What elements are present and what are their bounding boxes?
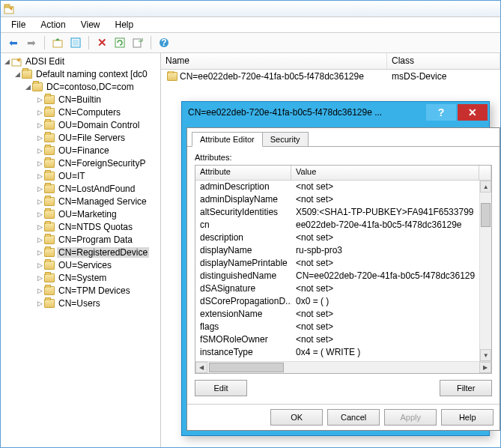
tree-item-label[interactable]: OU=Finance	[57, 145, 111, 156]
cancel-button[interactable]: Cancel	[327, 409, 380, 426]
expand-icon[interactable]: ▷	[35, 172, 44, 180]
attribute-row[interactable]: dSASignature<not set>	[195, 282, 479, 295]
tree-item[interactable]: ▷CN=Managed Service	[1, 195, 160, 208]
attributes-grid[interactable]: Attribute Value adminDescription<not set…	[195, 165, 492, 374]
tree-item-label[interactable]: CN=System	[57, 273, 108, 283]
tree-item-label[interactable]: OU=Domain Control	[57, 120, 141, 130]
tree-item[interactable]: ▷OU=Finance	[1, 144, 160, 157]
tree-item-label[interactable]: CN=ForeignSecurityP	[57, 158, 147, 169]
attribute-row[interactable]: adminDisplayName<not set>	[195, 193, 479, 206]
tree-item[interactable]: ▷CN=Computers	[1, 106, 160, 118]
collapse-icon[interactable]: ◢	[13, 70, 22, 78]
tree-root-label[interactable]: ADSI Edit	[24, 56, 66, 67]
tree-item[interactable]: ▷CN=System	[1, 271, 160, 284]
delete-button[interactable]: ✕	[94, 34, 110, 51]
tree-item-label[interactable]: OU=File Servers	[57, 133, 127, 143]
tree-item[interactable]: ▷CN=Builtin	[1, 93, 160, 106]
expand-icon[interactable]: ▷	[35, 147, 44, 154]
scroll-right-icon[interactable]: ▶	[479, 362, 491, 373]
tree-item[interactable]: ▷OU=Domain Control	[1, 118, 160, 131]
expand-icon[interactable]: ▷	[35, 300, 44, 307]
expand-icon[interactable]: ▷	[35, 287, 44, 294]
tree-dc[interactable]: ◢ DC=contoso,DC=com	[1, 80, 160, 93]
attribute-row[interactable]: instanceType0x4 = ( WRITE )	[195, 346, 479, 359]
expand-icon[interactable]: ▷	[35, 249, 44, 256]
tree-item-label[interactable]: CN=Builtin	[57, 94, 103, 105]
tree-item-label[interactable]: CN=TPM Devices	[57, 285, 132, 296]
menu-help[interactable]: Help	[108, 18, 142, 31]
attribute-row[interactable]: displayNameru-spb-pro3	[195, 244, 479, 257]
tree-pane[interactable]: ◢ ADSI Edit ◢ Default naming context [dc…	[1, 53, 161, 447]
tree-item[interactable]: ▷CN=ForeignSecurityP	[1, 157, 160, 169]
ok-button[interactable]: OK	[270, 409, 323, 426]
dialog-titlebar[interactable]: CN=ee022deb-720e-41fa-b0c5-f478dc36129e …	[182, 102, 489, 123]
dialog-close-button[interactable]: ✕	[458, 104, 488, 121]
tree-item[interactable]: ▷OU=Marketing	[1, 208, 160, 220]
grid-col-value[interactable]: Value	[291, 166, 479, 180]
collapse-icon[interactable]: ◢	[2, 58, 11, 65]
tree-item[interactable]: ▷CN=RegisteredDevice	[1, 246, 160, 258]
tree-item-label[interactable]: CN=Managed Service	[57, 196, 148, 207]
tree-dc-label[interactable]: DC=contoso,DC=com	[45, 82, 136, 92]
tree-item-label[interactable]: CN=Program Data	[57, 234, 134, 245]
expand-icon[interactable]: ▷	[35, 109, 44, 116]
expand-icon[interactable]: ▷	[35, 96, 44, 103]
expand-icon[interactable]: ▷	[35, 236, 44, 243]
attribute-row[interactable]: fSMORoleOwner<not set>	[195, 333, 479, 346]
tree-item-label[interactable]: CN=NTDS Quotas	[57, 222, 134, 232]
export-button[interactable]	[130, 34, 146, 51]
scroll-up-icon[interactable]: ▲	[480, 181, 491, 193]
edit-button[interactable]: Edit	[195, 380, 247, 396]
tree-item-label[interactable]: CN=LostAndFound	[57, 184, 136, 194]
dialog-help-button[interactable]: ?	[426, 104, 456, 121]
col-name[interactable]: Name	[161, 53, 387, 69]
expand-icon[interactable]: ▷	[35, 185, 44, 193]
scroll-thumb[interactable]	[481, 203, 491, 227]
horizontal-scrollbar[interactable]: ◀ ▶	[195, 361, 491, 373]
help-button[interactable]: Help	[441, 409, 494, 426]
tree-item[interactable]: ▷OU=Services	[1, 258, 160, 271]
tree-item-label[interactable]: CN=RegisteredDevice	[57, 247, 149, 258]
attribute-row[interactable]: cnee022deb-720e-41fa-b0c5-f478dc36129e	[195, 219, 479, 231]
up-button[interactable]	[49, 34, 66, 51]
filter-button[interactable]: Filter	[440, 380, 492, 396]
attribute-row[interactable]: distinguishedNameCN=ee022deb-720e-41fa-b…	[195, 270, 479, 282]
properties-button[interactable]	[67, 34, 84, 51]
forward-button[interactable]: ➡	[23, 34, 40, 51]
menu-file[interactable]: File	[4, 18, 33, 31]
tab-attribute-editor[interactable]: Attribute Editor	[192, 132, 263, 147]
tree-item-label[interactable]: CN=Users	[57, 298, 102, 309]
expand-icon[interactable]: ▷	[35, 223, 44, 231]
expand-icon[interactable]: ▷	[35, 198, 44, 205]
tree-item-label[interactable]: CN=Computers	[57, 107, 122, 118]
expand-icon[interactable]: ▷	[35, 134, 44, 142]
attribute-row[interactable]: description<not set>	[195, 231, 479, 244]
scroll-left-icon[interactable]: ◀	[195, 362, 207, 373]
attribute-row[interactable]: altSecurityIdentitiesX509:<SHA1-TP-PUBKE…	[195, 206, 479, 219]
attribute-row[interactable]: displayNamePrintable<not set>	[195, 257, 479, 270]
attribute-row[interactable]: flags<not set>	[195, 321, 479, 333]
attribute-row[interactable]: adminDescription<not set>	[195, 181, 479, 193]
scroll-thumb[interactable]	[209, 363, 284, 372]
apply-button[interactable]: Apply	[384, 409, 437, 426]
tree-item[interactable]: ▷CN=LostAndFound	[1, 182, 160, 195]
tree-item-label[interactable]: OU=Marketing	[57, 209, 118, 220]
expand-icon[interactable]: ▷	[35, 261, 44, 269]
vertical-scrollbar[interactable]: ▲ ▼	[479, 181, 491, 361]
tree-context[interactable]: ◢ Default naming context [dc0	[1, 67, 160, 80]
tab-security[interactable]: Security	[262, 132, 309, 146]
expand-icon[interactable]: ▷	[35, 274, 44, 282]
attribute-row[interactable]: extensionName<not set>	[195, 308, 479, 321]
refresh-button[interactable]	[112, 34, 128, 51]
tree-item[interactable]: ▷CN=TPM Devices	[1, 284, 160, 297]
collapse-icon[interactable]: ◢	[23, 83, 32, 91]
list-row[interactable]: CN=ee022deb-720e-41fa-b0c5-f478dc36129e …	[161, 70, 500, 83]
tree-item[interactable]: ▷CN=Users	[1, 297, 160, 309]
tree-item-label[interactable]: OU=Services	[57, 260, 113, 270]
grid-col-attribute[interactable]: Attribute	[195, 166, 291, 180]
help-button[interactable]: ?	[156, 34, 172, 51]
tree-root[interactable]: ◢ ADSI Edit	[1, 55, 160, 67]
expand-icon[interactable]: ▷	[35, 211, 44, 218]
attribute-row[interactable]: dSCorePropagationD...0x0 = ( )	[195, 295, 479, 308]
tree-item[interactable]: ▷CN=NTDS Quotas	[1, 220, 160, 233]
